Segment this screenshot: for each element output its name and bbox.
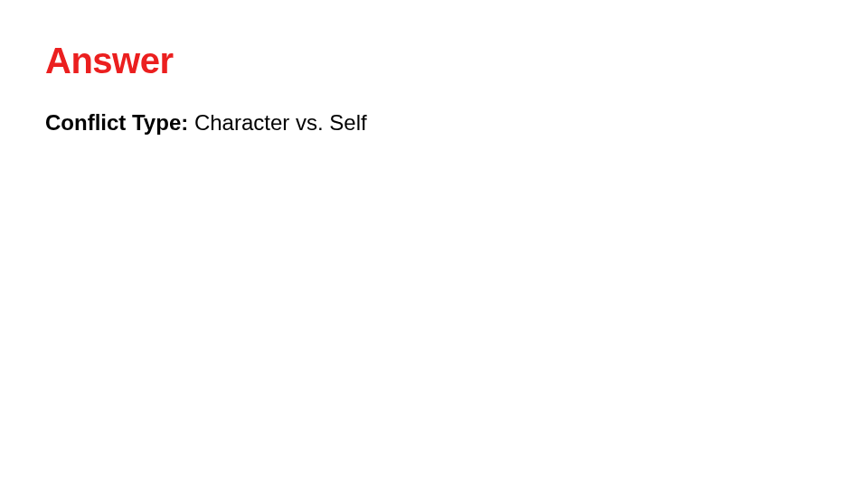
conflict-type-label: Conflict Type: [45, 110, 194, 135]
answer-line: Conflict Type: Character vs. Self [45, 108, 823, 136]
conflict-type-value: Character vs. Self [194, 110, 367, 135]
slide-title: Answer [45, 41, 823, 81]
